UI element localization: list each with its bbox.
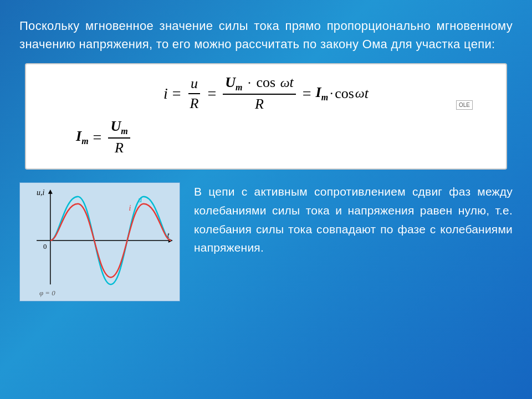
- formula-dot1: ·: [248, 75, 251, 90]
- graph-phi-label: φ = 0: [39, 289, 55, 297]
- formula-eq4: =: [93, 129, 102, 146]
- formula-denom-r1: R: [188, 94, 201, 112]
- formula-i: i: [163, 85, 168, 103]
- formula-t2: t: [365, 85, 369, 102]
- ole-box: OLE: [456, 100, 473, 110]
- formula-t1: t: [290, 74, 294, 90]
- formula-cos1: cos: [256, 74, 275, 90]
- intro-text: Поскольку мгновенное значение силы тока …: [19, 17, 513, 53]
- formula-eq3: =: [303, 85, 311, 103]
- graph-u-label: u: [138, 196, 142, 204]
- formula-omega2: ω: [355, 86, 365, 101]
- formula-eq1: =: [172, 85, 181, 103]
- slide-container: Поскольку мгновенное значение силы тока …: [0, 0, 532, 399]
- formula-numer-umcos: Um · cos ωt: [223, 74, 296, 95]
- formula-Um: Um: [225, 74, 242, 90]
- formula-numer-u: u: [188, 75, 200, 94]
- formula-row-1: i = u R = Um · cos ωt R = Im · cos ωt: [43, 74, 489, 112]
- formula-frac-u-r: u R: [188, 75, 201, 112]
- formula-frac-um-cos: Um · cos ωt R: [223, 74, 296, 112]
- formula-frac-um-r: Um R: [108, 118, 130, 156]
- formula-eq2: =: [207, 85, 216, 103]
- formula-Im2: Im: [76, 128, 89, 146]
- formula-cos2: cos: [335, 85, 354, 102]
- formula-denom-r2: R: [253, 95, 266, 112]
- svg-rect-0: [20, 183, 179, 301]
- formula-denom-r3: R: [112, 139, 126, 156]
- bottom-right-text: В цепи с активным сопротивлением сдвиг ф…: [194, 182, 513, 257]
- formula-box: i = u R = Um · cos ωt R = Im · cos ωt: [25, 63, 507, 170]
- graph-origin: 0: [43, 243, 47, 250]
- formula-Um2: Um: [110, 118, 127, 134]
- graph-svg: u,i t 0 u i φ = 0: [20, 183, 180, 301]
- formula-Im: Im: [316, 84, 329, 103]
- formula-numer-um: Um: [108, 118, 130, 139]
- bottom-section: u,i t 0 u i φ = 0 В цепи с активным сопр…: [19, 182, 513, 301]
- graph-box: u,i t 0 u i φ = 0: [19, 182, 180, 301]
- graph-y-label: u,i: [37, 188, 44, 197]
- formula-row-2: Im = Um R: [43, 118, 489, 156]
- formula-omega1: ω: [280, 75, 290, 90]
- formula-dot2: ·: [330, 86, 333, 101]
- graph-i-label: i: [129, 204, 131, 212]
